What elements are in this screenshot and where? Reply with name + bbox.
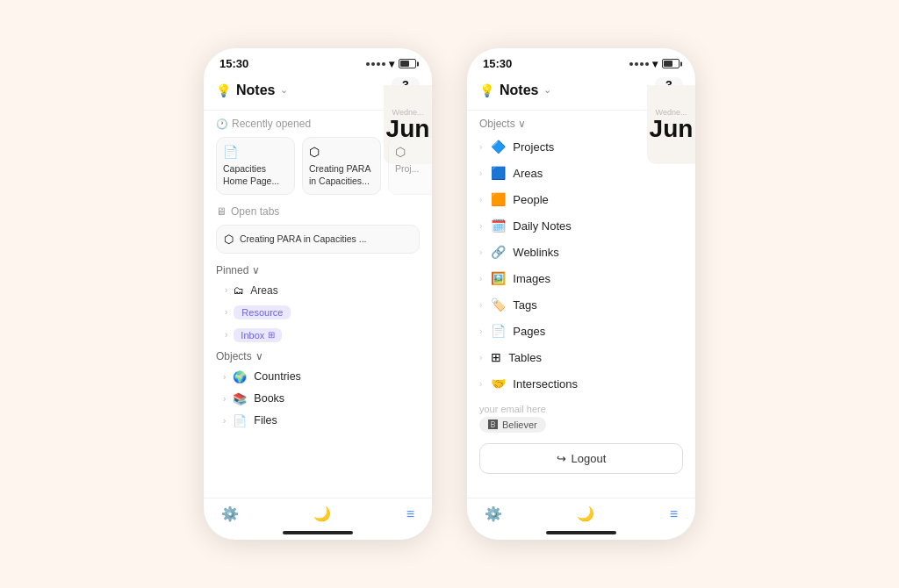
obj-label-countries: Countries (254, 370, 301, 383)
obj-item-images[interactable]: › 🖼️ Images (467, 265, 695, 291)
chevron-pages: › (479, 326, 482, 336)
open-tabs-label: 🖥 Open tabs (204, 202, 432, 221)
areas-icon: 🗂 (234, 284, 244, 297)
home-indicator-right (546, 531, 616, 534)
obj-item-tables[interactable]: › ⊞ Tables (467, 344, 695, 370)
pinned-item-resource[interactable]: › Resource (204, 301, 432, 324)
open-tab-icon: ⬡ (224, 233, 234, 246)
phone-content-left: 🕐 Recently opened 📄 Capacities Home Page… (204, 111, 432, 498)
chevron-weblinks: › (479, 247, 482, 257)
monitor-icon: 🖥 (216, 205, 227, 218)
pinned-row-chevron-inbox: › (225, 330, 227, 340)
battery-icon-right (662, 59, 680, 68)
phone-content-right: Objects ∨ › 🔷 Projects › 🟦 Areas › 🟧 Peo… (467, 111, 695, 498)
logout-button[interactable]: ↪ Logout (479, 443, 683, 474)
obj-item-pages[interactable]: › 📄 Pages (467, 318, 695, 344)
chevron-projects: › (479, 142, 482, 152)
card-proj[interactable]: ⬡ Proj... (388, 137, 432, 194)
obj-item-weblinks[interactable]: › 🔗 Weblinks (467, 239, 695, 265)
phone-bottom-left: ⚙️ 🌙 ≡ (204, 498, 432, 531)
obj-label-projects: Projects (513, 140, 554, 154)
moon-icon-left[interactable]: 🌙 (313, 506, 331, 522)
weblinks-icon: 🔗 (491, 245, 506, 259)
list-icon-right[interactable]: ≡ (670, 506, 678, 522)
moon-icon-right[interactable]: 🌙 (577, 506, 594, 522)
status-icons-right: ▾ (629, 58, 680, 70)
phone-left: 15:30 ▾ 💡 Notes ⌄ 3 Mon (204, 48, 432, 540)
people-icon: 🟧 (491, 192, 506, 206)
chevron-tags: › (479, 300, 482, 310)
obj-item-daily-notes[interactable]: › 🗓️ Daily Notes (467, 212, 695, 239)
logout-icon: ↪ (557, 452, 566, 465)
chevron-areas: › (479, 169, 482, 178)
open-tab-label: Creating PARA in Capacities ... (240, 233, 367, 246)
notes-icon-left: 💡 (216, 83, 231, 97)
recently-opened-cards[interactable]: 📄 Capacities Home Page... ⬡ Creating PAR… (204, 133, 432, 201)
inbox-small-icon: ⊞ (268, 330, 275, 340)
chevron-down-right[interactable]: ⌄ (543, 84, 551, 96)
obj-label-areas: Areas (513, 167, 543, 180)
obj-label-intersections: Intersections (513, 377, 578, 391)
countries-icon: 🌍 (233, 370, 247, 384)
obj-label-pages: Pages (513, 325, 545, 338)
signal-icon-right (629, 62, 649, 66)
calendar-peek-right: Wedne... Jun (647, 85, 695, 164)
settings-icon-left[interactable]: ⚙️ (221, 506, 239, 522)
card-label-1: Creating PARA in Capacities... (309, 163, 374, 187)
obj-item-tags[interactable]: › 🏷️ Tags (467, 291, 695, 318)
status-bar-left: 15:30 ▾ (204, 48, 432, 74)
books-icon: 📚 (233, 392, 247, 405)
chevron-down-left[interactable]: ⌄ (280, 84, 288, 96)
objects-label-left: Objects ∨ (204, 347, 432, 366)
chevron-tables: › (479, 353, 482, 362)
status-icons-left: ▾ (366, 58, 416, 70)
email-section: your email here 🅱 Believer (467, 397, 695, 436)
card-creating-para[interactable]: ⬡ Creating PARA in Capacities... (302, 137, 381, 194)
card-icon-1: ⬡ (309, 145, 374, 159)
pinned-item-areas[interactable]: › 🗂 Areas (204, 280, 432, 301)
history-icon: 🕐 (216, 118, 228, 130)
phone-right: 15:30 ▾ 💡 Notes ⌄ 3 Mon (467, 48, 695, 540)
pinned-row-chevron-areas: › (225, 285, 227, 295)
obj-label-tables: Tables (508, 351, 542, 364)
obj-label-tags: Tags (513, 298, 536, 312)
card-label-2: Proj... (395, 163, 432, 176)
obj-label-books: Books (254, 392, 284, 405)
notes-icon-right: 💡 (479, 83, 494, 97)
wifi-icon-right: ▾ (652, 58, 658, 70)
notes-title-left[interactable]: Notes (236, 82, 275, 98)
pinned-tag-inbox[interactable]: Inbox ⊞ (234, 328, 282, 342)
card-label-0: Capacities Home Page... (223, 163, 288, 187)
pinned-tag-resource[interactable]: Resource (234, 305, 291, 319)
pinned-label: Pinned ∨ (204, 261, 432, 280)
open-tab-card[interactable]: ⬡ Creating PARA in Capacities ... (216, 225, 420, 254)
list-icon-left[interactable]: ≡ (406, 506, 414, 522)
chevron-images: › (479, 274, 482, 283)
believer-label: Believer (502, 419, 537, 430)
obj-item-people[interactable]: › 🟧 People (467, 186, 695, 212)
pinned-item-inbox[interactable]: › Inbox ⊞ (204, 324, 432, 347)
email-placeholder: your email here (479, 404, 683, 414)
tables-icon: ⊞ (491, 350, 501, 364)
status-bar-right: 15:30 ▾ (467, 48, 695, 74)
object-item-countries[interactable]: › 🌍 Countries (204, 366, 432, 388)
chevron-people: › (479, 195, 482, 204)
areas-icon-right: 🟦 (491, 166, 506, 180)
projects-icon: 🔷 (491, 140, 506, 154)
chevron-daily-notes: › (479, 221, 482, 231)
settings-icon-right[interactable]: ⚙️ (485, 506, 502, 522)
pinned-chevron: ∨ (252, 264, 260, 276)
wifi-icon: ▾ (389, 58, 394, 70)
object-item-files[interactable]: › 📄 Files (204, 410, 432, 432)
obj-label-people: People (513, 193, 548, 206)
pinned-row-chevron-resource: › (225, 307, 227, 317)
obj-label-weblinks: Weblinks (513, 246, 559, 259)
images-icon: 🖼️ (491, 271, 506, 285)
notes-title-right[interactable]: Notes (500, 82, 538, 98)
card-icon-2: ⬡ (395, 145, 432, 159)
card-capacities-home[interactable]: 📄 Capacities Home Page... (216, 137, 295, 194)
obj-label-files: Files (254, 414, 277, 427)
pinned-item-label-areas: Areas (250, 284, 277, 297)
obj-item-intersections[interactable]: › 🤝 Intersections (467, 370, 695, 397)
object-item-books[interactable]: › 📚 Books (204, 388, 432, 410)
